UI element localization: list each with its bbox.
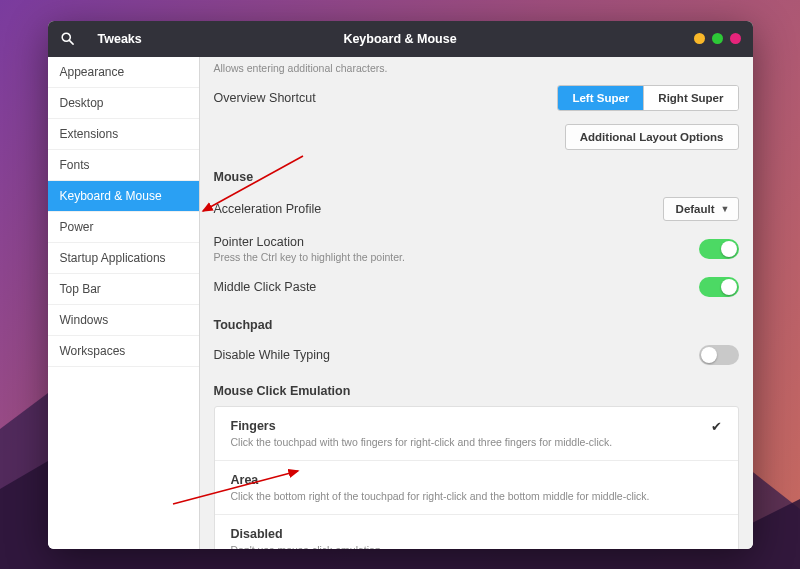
disable-while-typing-switch[interactable] bbox=[699, 345, 739, 365]
pointer-location-label: Pointer Location bbox=[214, 235, 699, 249]
search-icon[interactable] bbox=[60, 31, 76, 47]
emulation-option-title: Fingers bbox=[231, 419, 701, 433]
sidebar-item-desktop[interactable]: Desktop bbox=[48, 88, 199, 119]
emulation-option-title: Area bbox=[231, 473, 722, 487]
chevron-down-icon: ▼ bbox=[721, 204, 730, 214]
overview-shortcut-group: Left Super Right Super bbox=[557, 85, 738, 111]
sidebar-item-label: Top Bar bbox=[60, 282, 101, 296]
svg-line-3 bbox=[69, 40, 73, 44]
emulation-option-desc: Click the touchpad with two fingers for … bbox=[231, 436, 701, 448]
window-controls bbox=[694, 33, 741, 44]
middle-click-paste-label: Middle Click Paste bbox=[214, 280, 699, 294]
touchpad-section-title: Touchpad bbox=[214, 304, 739, 338]
sidebar-item-workspaces[interactable]: Workspaces bbox=[48, 336, 199, 367]
emulation-option-desc: Click the bottom right of the touchpad f… bbox=[231, 490, 722, 502]
sidebar: Appearance Desktop Extensions Fonts Keyb… bbox=[48, 57, 200, 549]
sidebar-item-label: Workspaces bbox=[60, 344, 126, 358]
mouse-section-title: Mouse bbox=[214, 156, 739, 190]
sidebar-item-appearance[interactable]: Appearance bbox=[48, 57, 199, 88]
sidebar-item-label: Appearance bbox=[60, 65, 125, 79]
app-title: Tweaks bbox=[98, 32, 142, 46]
checkmark-icon: ✔ bbox=[701, 419, 722, 434]
main-panel: Allows entering additional characters. O… bbox=[200, 57, 753, 549]
header-title: Keyboard & Mouse bbox=[48, 32, 753, 46]
overview-shortcut-label: Overview Shortcut bbox=[214, 91, 558, 105]
sidebar-item-extensions[interactable]: Extensions bbox=[48, 119, 199, 150]
tweaks-window: Tweaks Keyboard & Mouse Appearance Deskt… bbox=[48, 21, 753, 549]
sidebar-item-top-bar[interactable]: Top Bar bbox=[48, 274, 199, 305]
sidebar-item-label: Windows bbox=[60, 313, 109, 327]
sidebar-item-label: Desktop bbox=[60, 96, 104, 110]
titlebar: Tweaks Keyboard & Mouse bbox=[48, 21, 753, 57]
mouse-click-emulation-list: Fingers Click the touchpad with two fing… bbox=[214, 406, 739, 549]
acceleration-profile-combo[interactable]: Default ▼ bbox=[663, 197, 739, 221]
close-button[interactable] bbox=[730, 33, 741, 44]
additional-layout-options-button[interactable]: Additional Layout Options bbox=[565, 124, 739, 150]
emulation-option-disabled[interactable]: Disabled Don't use mouse click emulation… bbox=[215, 515, 738, 549]
disable-while-typing-label: Disable While Typing bbox=[214, 348, 699, 362]
sidebar-item-label: Startup Applications bbox=[60, 251, 166, 265]
emulation-option-title: Disabled bbox=[231, 527, 722, 541]
sidebar-item-fonts[interactable]: Fonts bbox=[48, 150, 199, 181]
sidebar-item-power[interactable]: Power bbox=[48, 212, 199, 243]
emulation-option-desc: Don't use mouse click emulation. bbox=[231, 544, 722, 549]
mouse-click-emulation-title: Mouse Click Emulation bbox=[214, 372, 739, 406]
sidebar-item-label: Keyboard & Mouse bbox=[60, 189, 162, 203]
minimize-button[interactable] bbox=[694, 33, 705, 44]
sidebar-item-keyboard-mouse[interactable]: Keyboard & Mouse bbox=[48, 181, 199, 212]
sidebar-item-startup-applications[interactable]: Startup Applications bbox=[48, 243, 199, 274]
sidebar-item-label: Extensions bbox=[60, 127, 119, 141]
right-super-button[interactable]: Right Super bbox=[644, 86, 737, 110]
middle-click-paste-switch[interactable] bbox=[699, 277, 739, 297]
sidebar-item-windows[interactable]: Windows bbox=[48, 305, 199, 336]
compose-hint: Allows entering additional characters. bbox=[214, 57, 739, 78]
left-super-button[interactable]: Left Super bbox=[558, 86, 644, 110]
pointer-location-switch[interactable] bbox=[699, 239, 739, 259]
acceleration-profile-value: Default bbox=[676, 203, 715, 215]
pointer-location-hint: Press the Ctrl key to highlight the poin… bbox=[214, 251, 699, 263]
sidebar-item-label: Fonts bbox=[60, 158, 90, 172]
emulation-option-fingers[interactable]: Fingers Click the touchpad with two fing… bbox=[215, 407, 738, 461]
emulation-option-area[interactable]: Area Click the bottom right of the touch… bbox=[215, 461, 738, 515]
maximize-button[interactable] bbox=[712, 33, 723, 44]
sidebar-item-label: Power bbox=[60, 220, 94, 234]
acceleration-profile-label: Acceleration Profile bbox=[214, 202, 663, 216]
